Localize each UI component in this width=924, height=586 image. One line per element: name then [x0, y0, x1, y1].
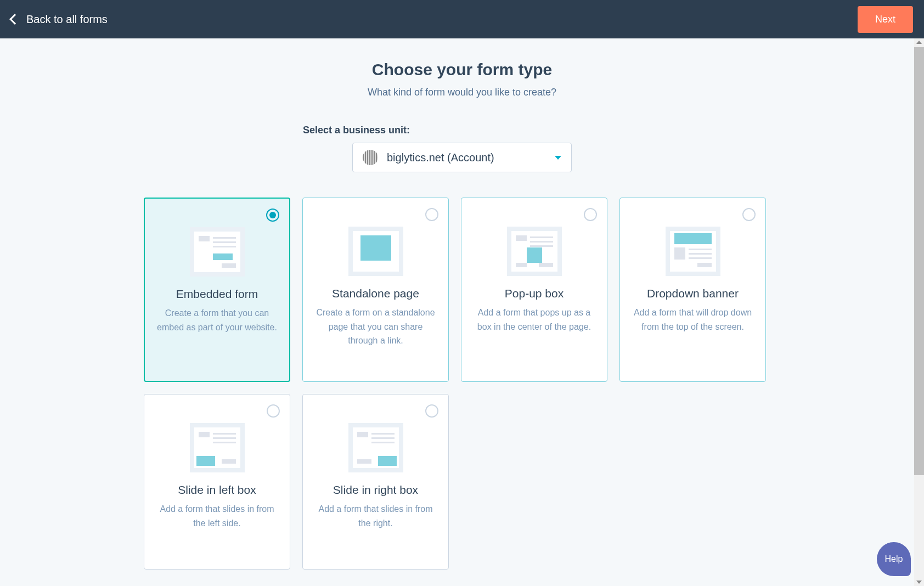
card-embedded-form[interactable]: Embedded form Create a form that you can…: [144, 198, 290, 382]
business-unit-label: Select a business unit:: [303, 125, 687, 136]
card-title: Dropdown banner: [630, 287, 756, 300]
radio-indicator: [742, 208, 756, 221]
card-popup-box[interactable]: Pop-up box Add a form that pops up as a …: [461, 198, 607, 382]
business-unit-selected: biglytics.net (Account): [387, 151, 555, 164]
card-standalone-page[interactable]: Standalone page Create a form on a stand…: [302, 198, 449, 382]
account-avatar-icon: [363, 150, 378, 165]
card-slide-left[interactable]: Slide in left box Add a form that slides…: [144, 394, 290, 570]
radio-indicator: [584, 208, 597, 221]
page-title: Choose your form type: [0, 60, 924, 79]
thumbnail-slide-right-icon: [348, 423, 403, 472]
card-description: Add a form that slides in from the right…: [313, 502, 438, 530]
scroll-up-icon: [916, 41, 922, 44]
help-label: Help: [885, 554, 903, 564]
next-button[interactable]: Next: [858, 6, 913, 33]
card-title: Pop-up box: [471, 287, 597, 300]
radio-indicator: [267, 404, 280, 418]
thumbnail-popup-icon: [507, 227, 562, 276]
card-description: Create a form on a standalone page that …: [313, 306, 438, 348]
business-unit-section: Select a business unit: biglytics.net (A…: [237, 125, 687, 172]
radio-indicator: [425, 208, 438, 221]
thumbnail-slide-left-icon: [190, 423, 245, 472]
card-title: Slide in right box: [313, 483, 438, 497]
radio-indicator: [266, 209, 279, 222]
card-description: Add a form that pops up as a box in the …: [471, 306, 597, 334]
main-content: Choose your form type What kind of form …: [0, 38, 924, 586]
back-label: Back to all forms: [26, 13, 108, 26]
caret-down-icon: [555, 156, 561, 160]
business-unit-select[interactable]: biglytics.net (Account): [352, 143, 572, 172]
card-dropdown-banner[interactable]: Dropdown banner Add a form that will dro…: [619, 198, 766, 382]
card-description: Add a form that slides in from the left …: [154, 502, 280, 530]
card-description: Create a form that you can embed as part…: [155, 306, 279, 334]
scrollbar-thumb[interactable]: [914, 47, 924, 475]
thumbnail-dropdown-icon: [666, 227, 720, 276]
thumbnail-embedded-icon: [190, 227, 245, 277]
thumbnail-standalone-icon: [348, 227, 403, 276]
scroll-down-icon: [916, 581, 922, 584]
card-title: Embedded form: [155, 288, 279, 301]
radio-indicator: [425, 404, 438, 418]
card-slide-right[interactable]: Slide in right box Add a form that slide…: [302, 394, 449, 570]
back-to-forms-link[interactable]: Back to all forms: [11, 13, 108, 26]
card-description: Add a form that will drop down from the …: [630, 306, 756, 334]
help-button[interactable]: Help: [877, 542, 911, 576]
form-type-cards: Embedded form Create a form that you can…: [144, 198, 780, 570]
card-title: Slide in left box: [154, 483, 280, 497]
header-bar: Back to all forms Next: [0, 0, 924, 38]
card-title: Standalone page: [313, 287, 438, 300]
scrollbar[interactable]: [914, 38, 924, 586]
page-subtitle: What kind of form would you like to crea…: [0, 87, 924, 98]
chevron-left-icon: [9, 14, 20, 25]
